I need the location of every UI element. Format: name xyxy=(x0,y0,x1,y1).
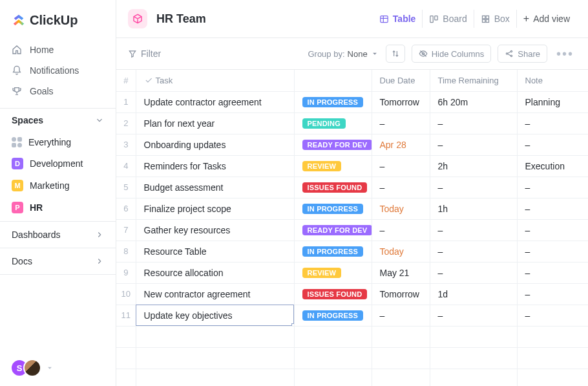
table-row[interactable]: 10New contractor agreementISSUES FOUNDTo… xyxy=(116,283,588,305)
view-tab-box[interactable]: Box xyxy=(474,10,516,28)
cell-remaining[interactable]: 1d xyxy=(430,283,517,305)
cell-task[interactable]: Plan for next year xyxy=(136,113,294,134)
cell-note[interactable]: – xyxy=(517,113,588,134)
table-row[interactable]: 3Onboarding updatesREADY FOR DEVApr 28–– xyxy=(116,134,588,155)
cell-status[interactable]: REVIEW xyxy=(294,155,372,177)
cell-note[interactable]: – xyxy=(517,134,588,155)
table-row[interactable]: 8Resource TableIN PROGRESSToday–– xyxy=(116,241,588,262)
cell-status[interactable]: ISSUES FOUND xyxy=(294,177,372,198)
add-view-button[interactable]: + Add view xyxy=(516,10,576,28)
cell-status[interactable]: REVIEW xyxy=(294,262,372,283)
col-header-status[interactable] xyxy=(294,70,372,91)
cell-task[interactable]: Resource Table xyxy=(136,241,294,262)
col-header-number[interactable]: # xyxy=(116,70,136,91)
cell-due[interactable]: Today xyxy=(372,241,430,262)
cell-note[interactable]: – xyxy=(517,219,588,241)
hide-columns-button[interactable]: Hide Columns xyxy=(412,45,492,63)
nav-goals[interactable]: Goals xyxy=(0,81,116,102)
cell-note[interactable]: – xyxy=(517,283,588,305)
cell-due[interactable]: – xyxy=(372,113,430,134)
cell-task[interactable]: Resource allocation xyxy=(136,262,294,283)
cell-remaining[interactable]: – xyxy=(430,177,517,198)
space-item-hr[interactable]: PHR xyxy=(0,197,116,219)
table-row[interactable]: 1Update contractor agreementIN PROGRESST… xyxy=(116,91,588,113)
avatar-stack[interactable]: S xyxy=(10,359,41,377)
cell-task[interactable]: Onboarding updates xyxy=(136,134,294,155)
table-row[interactable]: 6Finalize project scopeIN PROGRESSToday1… xyxy=(116,198,588,219)
cell-note[interactable]: – xyxy=(517,177,588,198)
cell-note[interactable]: Execution xyxy=(517,155,588,177)
filter-button[interactable]: Filter xyxy=(128,48,161,59)
cell-task[interactable]: Update contractor agreement xyxy=(136,91,294,113)
cell-remaining[interactable]: 6h 20m xyxy=(430,91,517,113)
cell-due[interactable]: Apr 28 xyxy=(372,134,430,155)
cell-status[interactable]: IN PROGRESS xyxy=(294,91,372,113)
cell-task[interactable]: New contractor agreement xyxy=(136,283,294,305)
nav-docs[interactable]: Docs xyxy=(0,248,116,275)
more-button[interactable]: ••• xyxy=(554,47,576,61)
cell-note[interactable]: – xyxy=(517,198,588,219)
space-everything[interactable]: Everything xyxy=(0,132,116,153)
table-row[interactable]: 11Update key objectivesIN PROGRESS––– xyxy=(116,305,588,326)
table-row-empty[interactable] xyxy=(116,347,588,369)
section-header-spaces[interactable]: Spaces xyxy=(0,108,116,132)
cell-due[interactable]: – xyxy=(372,219,430,241)
cell-status[interactable]: PENDING xyxy=(294,113,372,134)
view-tab-table[interactable]: Table xyxy=(373,10,423,28)
cell-remaining[interactable]: – xyxy=(430,262,517,283)
cell-remaining[interactable]: – xyxy=(430,113,517,134)
group-by-select[interactable]: Group by: None xyxy=(308,49,379,59)
cell-note[interactable]: Planning xyxy=(517,91,588,113)
cell-due[interactable]: Tomorrow xyxy=(372,283,430,305)
cell-remaining[interactable]: – xyxy=(430,134,517,155)
cell-status[interactable]: IN PROGRESS xyxy=(294,241,372,262)
cell-status[interactable]: ISSUES FOUND xyxy=(294,283,372,305)
cell-due[interactable]: – xyxy=(372,305,430,326)
table-row[interactable]: 4Reminders for TasksREVIEW–2hExecution xyxy=(116,155,588,177)
sort-button[interactable] xyxy=(386,45,405,63)
cell-status[interactable]: IN PROGRESS xyxy=(294,305,372,326)
nav-dashboards[interactable]: Dashboards xyxy=(0,221,116,248)
share-button[interactable]: Share xyxy=(498,45,547,63)
table-row[interactable]: 7Gather key resourcesREADY FOR DEV––– xyxy=(116,219,588,241)
cell-task[interactable]: Update key objectives xyxy=(136,305,294,326)
col-header-task[interactable]: Task xyxy=(136,70,294,91)
cell-task[interactable]: Gather key resources xyxy=(136,219,294,241)
cell-due[interactable]: Tomorrow xyxy=(372,91,430,113)
cell-remaining[interactable]: – xyxy=(430,241,517,262)
cell-due[interactable]: – xyxy=(372,177,430,198)
col-header-remaining[interactable]: Time Remaining xyxy=(430,70,517,91)
cell-task[interactable]: Finalize project scope xyxy=(136,198,294,219)
caret-down-icon[interactable] xyxy=(45,363,54,372)
cell-status[interactable]: READY FOR DEV xyxy=(294,134,372,155)
space-item-marketing[interactable]: MMarketing xyxy=(0,175,116,197)
cell-note[interactable]: – xyxy=(517,305,588,326)
cell-remaining[interactable]: 1h xyxy=(430,198,517,219)
cell-remaining[interactable]: – xyxy=(430,305,517,326)
col-header-due[interactable]: Due Date xyxy=(372,70,430,91)
cell-remaining[interactable]: – xyxy=(430,219,517,241)
table-row[interactable]: 2Plan for next yearPENDING––– xyxy=(116,113,588,134)
cell-remaining[interactable]: 2h xyxy=(430,155,517,177)
cell-due[interactable]: – xyxy=(372,155,430,177)
cell-due[interactable]: May 21 xyxy=(372,262,430,283)
logo[interactable]: ClickUp xyxy=(0,0,116,39)
space-badge[interactable] xyxy=(128,9,147,28)
col-header-note[interactable]: Note xyxy=(517,70,588,91)
nav-home[interactable]: Home xyxy=(0,39,116,60)
table-row-empty[interactable] xyxy=(116,369,588,386)
cell-status[interactable]: READY FOR DEV xyxy=(294,219,372,241)
cell-note[interactable]: – xyxy=(517,262,588,283)
cell-task[interactable]: Budget assessment xyxy=(136,177,294,198)
cell-status[interactable]: IN PROGRESS xyxy=(294,198,372,219)
space-item-development[interactable]: DDevelopment xyxy=(0,153,116,175)
table-row-empty[interactable] xyxy=(116,326,588,347)
table-row[interactable]: 9Resource allocationREVIEWMay 21–– xyxy=(116,262,588,283)
cell-due[interactable]: Today xyxy=(372,198,430,219)
nav-notifications[interactable]: Notifications xyxy=(0,60,116,81)
cell-note[interactable]: – xyxy=(517,241,588,262)
cell-task[interactable]: Reminders for Tasks xyxy=(136,155,294,177)
table-row[interactable]: 5Budget assessmentISSUES FOUND––– xyxy=(116,177,588,198)
space-letter-icon: P xyxy=(12,202,23,213)
view-tab-board[interactable]: Board xyxy=(422,10,473,28)
